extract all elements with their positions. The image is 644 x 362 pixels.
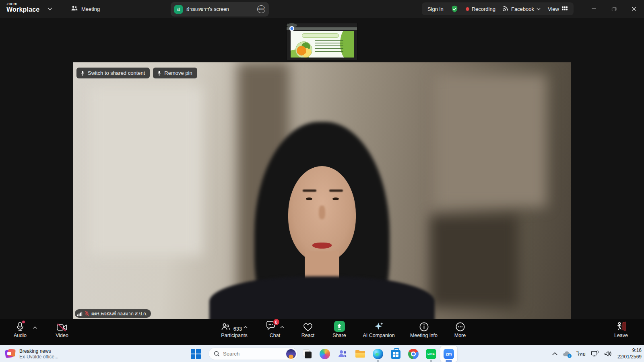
muted-mic-icon: [85, 311, 89, 316]
onedrive-cloud-icon[interactable]: i: [563, 351, 572, 357]
audio-alert-dot: [21, 320, 26, 324]
audio-button[interactable]: Audio: [9, 319, 31, 338]
recording-dot-icon: [466, 7, 469, 11]
video-camera-off-icon: [56, 323, 68, 332]
pin-actions: Switch to shared content Remove pin: [76, 68, 197, 78]
slide-heading: [302, 33, 339, 38]
restore-button[interactable]: [604, 0, 624, 18]
teams-button[interactable]: [334, 346, 351, 362]
tray-clock[interactable]: 9:16 22/01/2569: [617, 348, 642, 360]
react-button[interactable]: React: [294, 319, 322, 345]
background-shape: [434, 74, 547, 207]
tab-options-ellipsis-icon[interactable]: •••: [257, 5, 265, 13]
file-explorer-icon: [355, 349, 365, 359]
display-device-icon[interactable]: [591, 350, 599, 357]
chat-button[interactable]: 8 Chat: [258, 319, 291, 345]
brand-chevron-down-icon[interactable]: [47, 6, 52, 12]
share-screen-icon: [334, 321, 345, 332]
audio-options-chevron-icon[interactable]: [33, 325, 37, 330]
participants-label: Participants: [221, 333, 247, 338]
sign-in-button[interactable]: Sign in: [427, 6, 444, 12]
recording-indicator[interactable]: Recording: [466, 6, 495, 12]
tray-chevron-up-icon[interactable]: [552, 352, 557, 356]
file-explorer-button[interactable]: [352, 346, 369, 362]
copilot-button[interactable]: [316, 346, 333, 362]
titlebar: zoom Workplace Meeting ฝ ฝ่ายเลขาฯ's scr…: [0, 0, 644, 18]
participants-chevron-icon[interactable]: [244, 326, 248, 329]
security-shield-icon[interactable]: [451, 5, 458, 13]
meeting-toolbar: Audio Video 633 Participants 8: [0, 319, 644, 345]
broadcast-icon: [503, 5, 509, 12]
remove-pin-button[interactable]: Remove pin: [153, 68, 197, 78]
edge-button[interactable]: [369, 346, 386, 362]
line-button[interactable]: LINE: [423, 346, 440, 362]
leave-button[interactable]: Leave: [607, 319, 635, 338]
signal-bars-icon: [77, 311, 83, 316]
participant-feature: [319, 206, 325, 219]
chrome-icon: [408, 349, 419, 359]
leave-door-icon: [615, 321, 627, 332]
thumbnail-slide: [291, 31, 354, 58]
view-button[interactable]: View: [548, 6, 568, 12]
taskbar-search[interactable]: [208, 348, 298, 360]
pin-icon: [80, 70, 85, 76]
brand-zoom: zoom: [6, 2, 39, 6]
meeting-stage: Switch to shared content Remove pin ผตร.…: [0, 18, 644, 319]
participant-feature: [303, 189, 316, 192]
ai-sparkle-icon: [374, 321, 384, 332]
widget-subtitle: Ex-Uvalde office...: [19, 354, 58, 360]
chrome-button[interactable]: [405, 346, 422, 362]
tab-meeting[interactable]: Meeting: [67, 0, 104, 18]
shared-content-thumbnail[interactable]: [286, 23, 357, 60]
facebook-label: Facebook: [511, 6, 534, 12]
tray-date: 22/01/2569: [617, 354, 642, 360]
participants-count: 633: [233, 326, 242, 332]
pinned-video-tile[interactable]: Switch to shared content Remove pin ผตร.…: [73, 62, 571, 319]
speaker-icon[interactable]: [604, 350, 612, 357]
search-input[interactable]: [223, 351, 279, 357]
participant-feature: [332, 197, 339, 200]
more-button[interactable]: More: [447, 319, 473, 345]
line-running-indicator: [430, 360, 432, 362]
taskbar-center: LINE zm: [188, 345, 457, 362]
leave-label: Leave: [614, 333, 628, 338]
facebook-live-menu[interactable]: Facebook: [503, 5, 541, 12]
task-view-button[interactable]: [299, 346, 316, 362]
participant-feature: [306, 197, 312, 200]
zoom-app-button[interactable]: zm: [440, 346, 457, 362]
news-widget-icon: [5, 348, 16, 359]
recording-label: Recording: [472, 6, 495, 12]
edge-running-indicator: [377, 360, 379, 362]
zoom-app-icon: zm: [444, 349, 454, 359]
background-shape: [89, 86, 202, 255]
meeting-info-button[interactable]: Meeting info: [403, 319, 444, 345]
share-button[interactable]: Share: [324, 319, 354, 345]
windows-logo-icon: [191, 349, 201, 359]
start-button[interactable]: [188, 346, 204, 362]
titlebar-right-controls: Sign in Recording Facebook View: [422, 2, 574, 15]
microsoft-store-button[interactable]: [387, 346, 404, 362]
close-button[interactable]: [624, 0, 644, 18]
switch-button-label: Switch to shared content: [88, 70, 145, 76]
shared-screen-avatar: ฝ: [174, 5, 183, 14]
view-grid-icon: [561, 6, 568, 12]
search-icon: [214, 351, 220, 357]
language-indicator[interactable]: ไทย: [577, 350, 586, 358]
video-button[interactable]: Video: [51, 319, 73, 338]
minimize-button[interactable]: [584, 0, 604, 18]
tab-shared-screen[interactable]: ฝ ฝ่ายเลขาฯ's screen •••: [171, 2, 269, 16]
ai-companion-button[interactable]: AI Companion: [357, 319, 401, 345]
view-label: View: [548, 6, 559, 12]
thumbnail-menu-row: [287, 27, 357, 30]
edge-icon: [373, 349, 383, 359]
participant-body: [209, 276, 435, 319]
taskbar-widget[interactable]: Breaking news Ex-Uvalde office...: [0, 345, 63, 362]
background-shape: [430, 215, 518, 308]
heart-icon: [303, 322, 313, 332]
task-view-icon: [302, 349, 312, 359]
chat-chevron-icon[interactable]: [280, 326, 284, 329]
participants-button[interactable]: 633 Participants: [213, 319, 256, 345]
search-highlight-image[interactable]: [286, 349, 296, 359]
widget-title: Breaking news: [19, 348, 58, 354]
switch-to-shared-content-button[interactable]: Switch to shared content: [76, 68, 150, 78]
